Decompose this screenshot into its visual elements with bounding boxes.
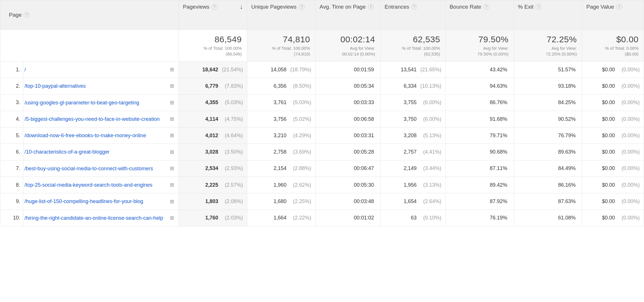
cell-page-value: $0.00(0.00%) bbox=[582, 94, 644, 111]
summary-pct-exit: 72.25% Avg for View:72.25% (0.00%) bbox=[514, 30, 582, 62]
cell-pct-exit: 89.63% bbox=[514, 144, 582, 160]
open-external-icon[interactable] bbox=[169, 100, 175, 105]
row-index: 9. bbox=[0, 193, 23, 210]
help-icon[interactable]: ? bbox=[299, 4, 304, 10]
cell-bounce-rate: 86.76% bbox=[445, 94, 514, 111]
cell-unique-pageviews: 3,210(4.29%) bbox=[247, 127, 315, 144]
cell-page-value: $0.00(0.00%) bbox=[582, 210, 644, 226]
page-path-link[interactable]: /best-buy-using-social-media-to-connect-… bbox=[24, 165, 167, 172]
cell-pct-exit: 61.08% bbox=[514, 210, 582, 226]
page-path-link[interactable]: /hiring-the-right-candidate-an-online-li… bbox=[24, 215, 167, 221]
cell-pct-exit: 87.63% bbox=[514, 193, 582, 210]
help-icon[interactable]: ? bbox=[212, 4, 217, 10]
cell-avg-time: 00:05:28 bbox=[315, 144, 380, 160]
cell-page-value: $0.00(0.00%) bbox=[582, 111, 644, 127]
page-path-link[interactable]: / bbox=[24, 66, 167, 73]
help-icon[interactable]: ? bbox=[536, 4, 541, 10]
summary-bounce-rate: 79.50% Avg for View:79.50% (0.00%) bbox=[445, 30, 514, 62]
cell-page-value: $0.00(0.00%) bbox=[582, 177, 644, 193]
cell-unique-pageviews: 1,664(2.22%) bbox=[247, 210, 315, 226]
col-label: Avg. Time on Page bbox=[320, 4, 366, 10]
cell-page-value: $0.00(0.00%) bbox=[582, 127, 644, 144]
summary-avg-time: 00:02:14 Avg for View:00:02:14 (0.00%) bbox=[315, 30, 380, 62]
open-external-icon[interactable] bbox=[169, 215, 175, 221]
cell-unique-pageviews: 1,960(2.62%) bbox=[247, 177, 315, 193]
page-path-link[interactable]: /huge-list-of-150-compelling-headlines-f… bbox=[24, 198, 167, 205]
col-header-page[interactable]: Page ? bbox=[0, 0, 179, 30]
open-external-icon[interactable] bbox=[169, 150, 175, 155]
table-row: 5. /download-now-6-free-ebooks-to-make-m… bbox=[0, 127, 644, 144]
cell-pageviews: 4,012(4.64%) bbox=[179, 127, 247, 144]
cell-pageviews: 3,028(3.50%) bbox=[179, 144, 247, 160]
summary-entrances: 62,535 % of Total: 100.00%(62,535) bbox=[380, 30, 445, 62]
open-external-icon[interactable] bbox=[169, 166, 175, 171]
cell-unique-pageviews: 2,758(3.69%) bbox=[247, 144, 315, 160]
cell-pageviews: 6,779(7.83%) bbox=[179, 78, 247, 94]
pages-report-table: Page ? Pageviews ? ↓ Unique Pageviews ? … bbox=[0, 0, 644, 226]
col-header-pct-exit[interactable]: % Exit ? bbox=[514, 0, 582, 30]
cell-pct-exit: 90.52% bbox=[514, 111, 582, 127]
cell-bounce-rate: 89.42% bbox=[445, 177, 514, 193]
col-label: Entrances bbox=[385, 4, 409, 10]
page-path-link[interactable]: /10-characteristics-of-a-great-blogger bbox=[24, 148, 167, 155]
table-row: 1. / 18,642(21.54%) 14,058(18.79%) 00:01… bbox=[0, 62, 644, 78]
open-external-icon[interactable] bbox=[169, 83, 175, 89]
cell-entrances: 2,149(3.44%) bbox=[380, 160, 445, 177]
cell-entrances: 2,757(4.41%) bbox=[380, 144, 445, 160]
cell-avg-time: 00:06:47 bbox=[315, 160, 380, 177]
cell-pct-exit: 76.79% bbox=[514, 127, 582, 144]
row-index: 1. bbox=[0, 62, 23, 78]
cell-unique-pageviews: 1,680(2.25%) bbox=[247, 193, 315, 210]
help-icon[interactable]: ? bbox=[616, 4, 622, 10]
col-header-page-value[interactable]: Page Value ? bbox=[582, 0, 644, 30]
cell-entrances: 13,541(21.65%) bbox=[380, 62, 445, 78]
page-path-link[interactable]: /top-10-paypal-alternatives bbox=[24, 83, 167, 89]
help-icon[interactable]: ? bbox=[484, 4, 489, 10]
cell-avg-time: 00:03:33 bbox=[315, 94, 380, 111]
col-header-bounce-rate[interactable]: Bounce Rate ? bbox=[445, 0, 514, 30]
col-header-pageviews[interactable]: Pageviews ? ↓ bbox=[179, 0, 247, 30]
cell-bounce-rate: 90.68% bbox=[445, 144, 514, 160]
cell-pageviews: 2,225(2.57%) bbox=[179, 177, 247, 193]
open-external-icon[interactable] bbox=[169, 133, 175, 138]
cell-pageviews: 18,642(21.54%) bbox=[179, 62, 247, 78]
col-header-entrances[interactable]: Entrances ? bbox=[380, 0, 445, 30]
help-icon[interactable]: ? bbox=[368, 4, 374, 10]
open-external-icon[interactable] bbox=[169, 67, 175, 72]
table-row: 3. /using-googles-gl-parameter-to-beat-g… bbox=[0, 94, 644, 111]
table-row: 9. /huge-list-of-150-compelling-headline… bbox=[0, 193, 644, 210]
open-external-icon[interactable] bbox=[169, 182, 175, 188]
cell-pct-exit: 86.16% bbox=[514, 177, 582, 193]
cell-avg-time: 00:03:48 bbox=[315, 193, 380, 210]
cell-page-value: $0.00(0.00%) bbox=[582, 193, 644, 210]
cell-pct-exit: 93.18% bbox=[514, 78, 582, 94]
help-icon[interactable]: ? bbox=[24, 12, 30, 18]
summary-row: 86,549 % of Total: 100.00%(86,549) 74,81… bbox=[0, 30, 644, 62]
row-index: 3. bbox=[0, 94, 23, 111]
col-header-avg-time[interactable]: Avg. Time on Page ? bbox=[315, 0, 380, 30]
cell-bounce-rate: 79.71% bbox=[445, 127, 514, 144]
cell-bounce-rate: 76.19% bbox=[445, 210, 514, 226]
page-path-link[interactable]: /5-biggest-challenges-you-need-to-face-i… bbox=[24, 116, 167, 123]
cell-unique-pageviews: 3,761(5.03%) bbox=[247, 94, 315, 111]
cell-unique-pageviews: 14,058(18.79%) bbox=[247, 62, 315, 78]
open-external-icon[interactable] bbox=[169, 116, 175, 122]
summary-unique-pageviews: 74,810 % of Total: 100.00%(74,810) bbox=[247, 30, 315, 62]
cell-bounce-rate: 87.11% bbox=[445, 160, 514, 177]
page-path-link[interactable]: /download-now-6-free-ebooks-to-make-mone… bbox=[24, 132, 167, 139]
cell-pct-exit: 84.25% bbox=[514, 94, 582, 111]
cell-unique-pageviews: 2,154(2.88%) bbox=[247, 160, 315, 177]
row-index: 2. bbox=[0, 78, 23, 94]
open-external-icon[interactable] bbox=[169, 199, 175, 204]
table-row: 10. /hiring-the-right-candidate-an-onlin… bbox=[0, 210, 644, 226]
page-path-link[interactable]: /using-googles-gl-parameter-to-beat-geo-… bbox=[24, 99, 167, 106]
cell-entrances: 63(0.10%) bbox=[380, 210, 445, 226]
row-index: 6. bbox=[0, 144, 23, 160]
page-path-link[interactable]: /top-25-social-media-keyword-search-tool… bbox=[24, 181, 167, 188]
cell-pct-exit: 84.49% bbox=[514, 160, 582, 177]
table-row: 2. /top-10-paypal-alternatives 6,779(7.8… bbox=[0, 78, 644, 94]
help-icon[interactable]: ? bbox=[411, 4, 417, 10]
table-row: 7. /best-buy-using-social-media-to-conne… bbox=[0, 160, 644, 177]
cell-entrances: 3,755(6.00%) bbox=[380, 94, 445, 111]
col-header-unique-pageviews[interactable]: Unique Pageviews ? bbox=[247, 0, 315, 30]
